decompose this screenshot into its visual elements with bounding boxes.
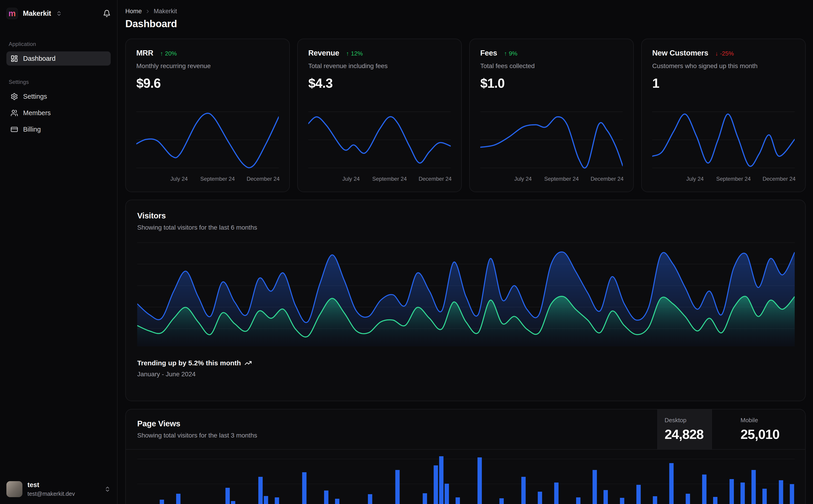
trending-up-icon (245, 359, 252, 367)
sparkline-chart: July 24 September 24 December 24 (136, 109, 279, 185)
trend-badge: ↓-25% (715, 50, 734, 57)
sidebar-item-label: Members (23, 109, 51, 117)
axis-tick: July 24 (514, 176, 532, 182)
x-axis-labels: July 24 September 24 December 24 (136, 176, 279, 185)
bell-icon (103, 10, 111, 17)
trend-down-icon: ↓ (715, 50, 718, 57)
members-icon (11, 109, 18, 117)
sparkline-chart: July 24 September 24 December 24 (308, 109, 451, 185)
chevrons-up-down-icon (104, 486, 111, 492)
breadcrumb-home[interactable]: Home (125, 8, 142, 15)
page-views-bar-chart (126, 450, 805, 504)
user-menu[interactable]: test test@makerkit.dev (6, 481, 111, 497)
sparkline-chart: July 24 September 24 December 24 (480, 109, 623, 185)
trend-up-icon: ↑ (160, 50, 163, 57)
sidebar-item-dashboard[interactable]: Dashboard (6, 51, 111, 66)
gear-icon (11, 93, 18, 100)
stat-card-new-customers: New Customers ↓-25% Customers who signed… (641, 39, 806, 192)
x-axis-labels: July 24 September 24 December 24 (480, 176, 623, 185)
nav-section-application: Application (9, 41, 111, 47)
stat-value: 1 (652, 76, 795, 91)
notifications-button[interactable] (103, 10, 111, 17)
breadcrumb: Home Makerkit (125, 8, 806, 15)
axis-tick: July 24 (686, 176, 704, 182)
visitors-subtitle: Showing total visitors for the last 6 mo… (137, 224, 794, 231)
workspace-name: Makerkit (23, 9, 51, 18)
visitors-area-chart (137, 242, 795, 346)
page-views-card: Page Views Showing total visitors for th… (125, 409, 806, 504)
chevrons-up-down-icon (56, 11, 62, 16)
stats-grid: MRR ↑20% Monthly recurring revenue $9.6 … (125, 39, 806, 192)
nav-section-settings: Settings (9, 79, 111, 85)
trend-value: 20% (165, 50, 177, 57)
page-title: Dashboard (125, 18, 806, 29)
dashboard-icon (11, 55, 18, 62)
axis-tick: December 24 (247, 176, 280, 182)
visitors-card: Visitors Showing total visitors for the … (125, 200, 806, 401)
trend-value: 12% (351, 50, 363, 57)
main-content: Home Makerkit Dashboard MRR ↑20% Monthly… (117, 0, 813, 504)
stat-description: Customers who signed up this month (652, 62, 795, 70)
stat-card-fees: Fees ↑9% Total fees collected $1.0 July … (469, 39, 634, 192)
trend-value: 9% (509, 50, 517, 57)
stat-title: Revenue (308, 49, 339, 57)
stat-title: Fees (480, 49, 497, 57)
breadcrumb-current: Makerkit (154, 8, 177, 15)
stat-value: $9.6 (136, 76, 279, 91)
stat-card-mrr: MRR ↑20% Monthly recurring revenue $9.6 … (125, 39, 290, 192)
toggle-label: Desktop (665, 417, 712, 424)
axis-tick: December 24 (590, 176, 624, 182)
device-toggles: Desktop 24,828 Mobile 25,010 (657, 409, 805, 449)
trend-text: Trending up by 5.2% this month (137, 359, 241, 367)
axis-tick: September 24 (372, 176, 407, 182)
trend-up-icon: ↑ (504, 50, 507, 57)
makerkit-logo: m (6, 8, 18, 19)
toggle-mobile[interactable]: Mobile 25,010 (712, 409, 805, 449)
chevron-right-icon (145, 9, 150, 14)
axis-tick: September 24 (200, 176, 235, 182)
sidebar-item-label: Dashboard (23, 55, 56, 62)
toggle-desktop[interactable]: Desktop 24,828 (657, 409, 712, 449)
sidebar-item-label: Settings (23, 93, 47, 100)
user-meta: test test@makerkit.dev (27, 481, 75, 497)
stat-description: Total revenue including fees (308, 62, 451, 70)
sidebar-item-settings[interactable]: Settings (6, 89, 111, 103)
page-views-title: Page Views (137, 419, 257, 428)
axis-tick: December 24 (418, 176, 451, 182)
sidebar-item-members[interactable]: Members (6, 106, 111, 120)
sidebar: m Makerkit Application Dashboard Setting… (0, 0, 117, 504)
visitors-trend-note: Trending up by 5.2% this month (137, 359, 794, 367)
trend-value: -25% (720, 50, 734, 57)
visitors-title: Visitors (137, 211, 794, 220)
user-email: test@makerkit.dev (27, 491, 75, 497)
user-name: test (27, 481, 75, 489)
stat-value: $1.0 (480, 76, 623, 91)
stat-card-revenue: Revenue ↑12% Total revenue including fee… (297, 39, 462, 192)
toggle-value: 24,828 (665, 427, 712, 442)
app-root: m Makerkit Application Dashboard Setting… (0, 0, 813, 504)
axis-tick: September 24 (544, 176, 579, 182)
stat-title: New Customers (652, 49, 708, 57)
sidebar-item-billing[interactable]: Billing (6, 122, 111, 136)
page-views-header: Page Views Showing total visitors for th… (126, 409, 805, 450)
sidebar-header: m Makerkit (6, 8, 111, 19)
stat-value: $4.3 (308, 76, 451, 91)
trend-badge: ↑9% (504, 50, 517, 57)
workspace-selector[interactable]: m Makerkit (6, 8, 62, 19)
stat-description: Total fees collected (480, 62, 623, 70)
sidebar-item-label: Billing (23, 126, 41, 133)
trend-badge: ↑12% (346, 50, 363, 57)
page-views-subtitle: Showing total visitors for the last 3 mo… (137, 432, 257, 439)
sparkline-chart: July 24 September 24 December 24 (652, 109, 795, 185)
trend-up-icon: ↑ (346, 50, 349, 57)
sidebar-nav: Application Dashboard Settings Settings … (6, 41, 111, 139)
axis-tick: July 24 (170, 176, 188, 182)
toggle-label: Mobile (741, 417, 805, 424)
avatar (6, 481, 22, 497)
stat-title: MRR (136, 49, 153, 57)
axis-tick: July 24 (342, 176, 360, 182)
logo-letter: m (8, 9, 16, 18)
trend-badge: ↑20% (160, 50, 177, 57)
toggle-value: 25,010 (741, 427, 805, 442)
stat-description: Monthly recurring revenue (136, 62, 279, 70)
